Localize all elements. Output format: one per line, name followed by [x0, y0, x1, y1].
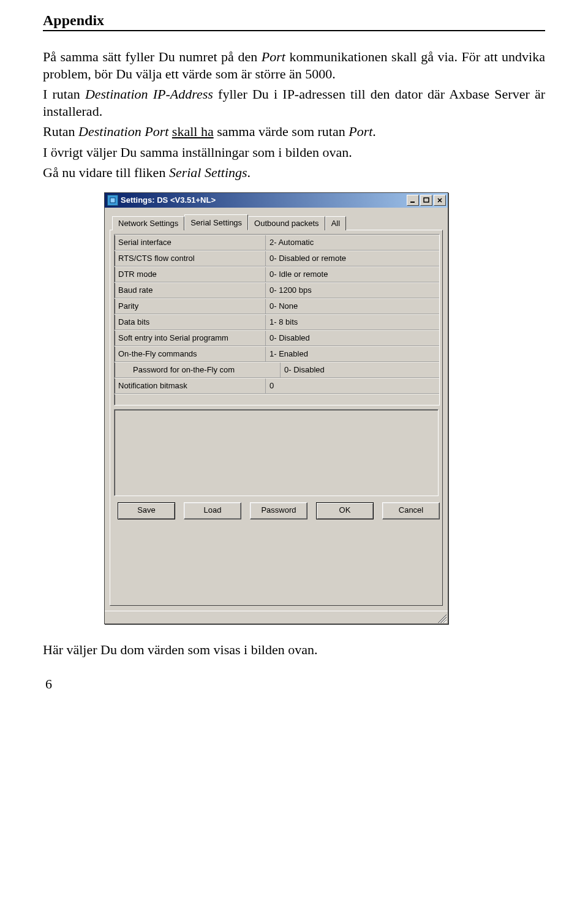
setting-label: Soft entry into Serial programm: [115, 331, 266, 345]
list-row[interactable]: On-the-Fly commands1- Enabled: [115, 346, 439, 362]
paragraph-1: På samma sätt fyller Du numret på den Po…: [43, 48, 545, 82]
setting-value[interactable]: 0- None: [266, 301, 439, 311]
maximize-button[interactable]: [420, 195, 432, 206]
paragraph-3: Rutan Destination Port skall ha samma vä…: [43, 123, 545, 140]
list-row[interactable]: Parity0- None: [115, 298, 439, 314]
button-bar: Save Load Password OK Cancel: [114, 496, 439, 519]
setting-value[interactable]: 0- Disabled or remote: [266, 254, 439, 263]
setting-label: Serial interface: [115, 235, 266, 250]
text: På samma sätt fyller Du numret på den: [43, 49, 262, 64]
text-italic: Serial Settings: [169, 165, 247, 180]
ok-button[interactable]: OK: [316, 502, 374, 519]
list-row[interactable]: Notification bitmask0: [115, 378, 439, 394]
app-icon: [107, 195, 118, 206]
list-row[interactable]: Soft entry into Serial programm0- Disabl…: [115, 330, 439, 346]
save-button[interactable]: Save: [118, 502, 175, 519]
text: samma värde som rutan: [214, 124, 349, 139]
tab-strip: Network Settings Serial Settings Outboun…: [110, 214, 443, 230]
list-row[interactable]: Baud rate0- 1200 bps: [115, 282, 439, 298]
text: Gå nu vidare till fliken: [43, 165, 169, 180]
page-header: Appendix: [43, 12, 545, 31]
setting-value[interactable]: 0- 1200 bps: [266, 285, 439, 295]
close-button[interactable]: [434, 195, 446, 206]
text-italic: Port: [262, 49, 285, 64]
setting-label: Notification bitmask: [115, 379, 266, 393]
tab-panel: Serial interface2- AutomaticRTS/CTS flow…: [110, 230, 443, 606]
password-button[interactable]: Password: [250, 502, 307, 519]
minimize-button[interactable]: [407, 195, 419, 206]
setting-value[interactable]: 0- Disabled: [281, 365, 439, 374]
setting-label: Data bits: [115, 315, 266, 330]
paragraph-4: I övrigt väljer Du samma inställningar s…: [43, 144, 545, 161]
setting-label: Parity: [115, 299, 266, 314]
list-row[interactable]: RTS/CTS flow control0- Disabled or remot…: [115, 251, 439, 266]
help-box: [114, 409, 439, 496]
window-title: Settings: DS <V3.51+NL>: [121, 195, 407, 205]
text-italic: Destination IP-Address: [85, 86, 213, 102]
tab-all[interactable]: All: [325, 216, 346, 230]
svg-rect-2: [424, 198, 429, 202]
setting-value[interactable]: 0: [266, 381, 439, 390]
paragraph-6: Här väljer Du dom värden som visas i bil…: [43, 641, 545, 658]
list-row[interactable]: DTR mode0- Idle or remote: [115, 266, 439, 282]
paragraph-5: Gå nu vidare till fliken Serial Settings…: [43, 164, 545, 181]
text-italic: Port: [349, 124, 372, 139]
titlebar[interactable]: Settings: DS <V3.51+NL>: [105, 193, 448, 208]
load-button[interactable]: Load: [184, 502, 241, 519]
setting-label: Baud rate: [115, 283, 266, 298]
list-row[interactable]: Data bits1- 8 bits: [115, 314, 439, 330]
text: .: [372, 124, 376, 139]
page-number: 6: [43, 676, 545, 692]
tab-outbound-packets[interactable]: Outbound packets: [248, 216, 325, 230]
list-row[interactable]: Serial interface2- Automatic: [115, 235, 439, 251]
tab-network-settings[interactable]: Network Settings: [112, 216, 184, 230]
setting-value[interactable]: 1- 8 bits: [266, 317, 439, 326]
text: Rutan: [43, 124, 78, 139]
setting-label: On-the-Fly commands: [115, 347, 266, 361]
settings-window: Settings: DS <V3.51+NL> Network Settings…: [104, 192, 448, 624]
text-italic: Destination Port: [78, 124, 168, 139]
text: .: [247, 165, 251, 180]
text-underline: skall ha: [172, 124, 214, 139]
setting-value[interactable]: 0- Disabled: [266, 333, 439, 342]
resize-grip-icon[interactable]: [435, 612, 447, 623]
setting-value[interactable]: 2- Automatic: [266, 238, 439, 247]
setting-label: RTS/CTS flow control: [115, 251, 266, 266]
cancel-button[interactable]: Cancel: [382, 502, 440, 519]
list-row[interactable]: Password for on-the-Fly com0- Disabled: [115, 362, 439, 378]
paragraph-2: I rutan Destination IP-Address fyller Du…: [43, 86, 545, 119]
setting-value[interactable]: 1- Enabled: [266, 349, 439, 358]
setting-label: Password for on-the-Fly com: [115, 363, 281, 377]
text: I rutan: [43, 86, 85, 102]
settings-list[interactable]: Serial interface2- AutomaticRTS/CTS flow…: [114, 234, 440, 405]
tab-serial-settings[interactable]: Serial Settings: [184, 214, 248, 230]
setting-label: DTR mode: [115, 267, 266, 282]
svg-rect-0: [110, 198, 115, 203]
status-bar: [105, 611, 448, 624]
setting-value[interactable]: 0- Idle or remote: [266, 270, 439, 279]
